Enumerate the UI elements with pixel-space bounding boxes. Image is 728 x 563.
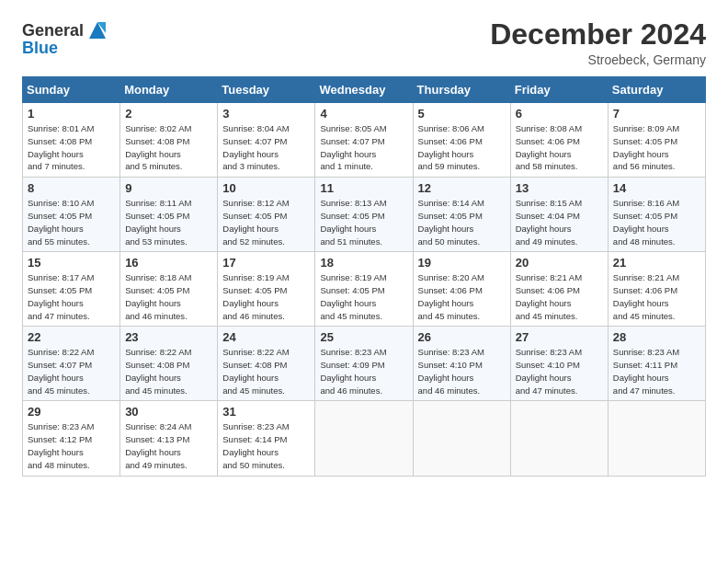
day-number: 1	[28, 107, 115, 121]
day-number: 6	[516, 107, 603, 121]
day-number: 26	[418, 330, 506, 344]
cell-content: Sunrise: 8:14 AM Sunset: 4:05 PM Dayligh…	[418, 197, 506, 247]
day-number: 17	[222, 256, 310, 270]
cell-content: Sunrise: 8:23 AM Sunset: 4:09 PM Dayligh…	[320, 346, 407, 396]
table-row: 12 Sunrise: 8:14 AM Sunset: 4:05 PM Dayl…	[413, 178, 510, 252]
day-number: 3	[222, 107, 310, 121]
header-friday: Friday	[510, 77, 608, 103]
day-number: 22	[28, 330, 115, 344]
cell-content: Sunrise: 8:22 AM Sunset: 4:08 PM Dayligh…	[222, 346, 310, 396]
day-number: 8	[28, 181, 115, 195]
table-row: 20 Sunrise: 8:21 AM Sunset: 4:06 PM Dayl…	[510, 252, 608, 327]
table-row: 1 Sunrise: 8:01 AM Sunset: 4:08 PM Dayli…	[23, 103, 120, 178]
table-row: 13 Sunrise: 8:15 AM Sunset: 4:04 PM Dayl…	[510, 178, 608, 252]
cell-content: Sunrise: 8:21 AM Sunset: 4:06 PM Dayligh…	[613, 271, 700, 322]
cell-content: Sunrise: 8:19 AM Sunset: 4:05 PM Dayligh…	[320, 271, 407, 322]
table-row: 10 Sunrise: 8:12 AM Sunset: 4:05 PM Dayl…	[218, 178, 315, 252]
cell-content: Sunrise: 8:02 AM Sunset: 4:08 PM Dayligh…	[125, 122, 212, 173]
table-row: 15 Sunrise: 8:17 AM Sunset: 4:05 PM Dayl…	[23, 252, 120, 327]
day-number: 10	[222, 181, 310, 195]
day-number: 21	[613, 256, 700, 270]
table-row: 4 Sunrise: 8:05 AM Sunset: 4:07 PM Dayli…	[315, 103, 413, 178]
title-block: December 2024 Stroebeck, Germany	[490, 18, 706, 67]
day-number: 23	[125, 330, 212, 344]
table-row: 21 Sunrise: 8:21 AM Sunset: 4:06 PM Dayl…	[608, 252, 705, 327]
logo-text-general: General	[22, 21, 84, 40]
day-number: 19	[418, 256, 506, 270]
cell-content: Sunrise: 8:15 AM Sunset: 4:04 PM Dayligh…	[516, 197, 603, 247]
cell-content: Sunrise: 8:13 AM Sunset: 4:05 PM Dayligh…	[320, 197, 407, 247]
table-row: 30 Sunrise: 8:24 AM Sunset: 4:13 PM Dayl…	[120, 401, 218, 476]
cell-content: Sunrise: 8:19 AM Sunset: 4:05 PM Dayligh…	[222, 271, 310, 322]
header-monday: Monday	[120, 77, 218, 103]
table-row: 18 Sunrise: 8:19 AM Sunset: 4:05 PM Dayl…	[315, 252, 413, 327]
header-tuesday: Tuesday	[218, 77, 315, 103]
cell-content: Sunrise: 8:12 AM Sunset: 4:05 PM Dayligh…	[222, 197, 310, 247]
cell-content: Sunrise: 8:22 AM Sunset: 4:08 PM Dayligh…	[125, 346, 212, 396]
calendar-row: 1 Sunrise: 8:01 AM Sunset: 4:08 PM Dayli…	[23, 103, 706, 178]
cell-content: Sunrise: 8:17 AM Sunset: 4:05 PM Dayligh…	[28, 271, 115, 322]
table-row: 29 Sunrise: 8:23 AM Sunset: 4:12 PM Dayl…	[23, 401, 120, 476]
day-number: 11	[320, 181, 407, 195]
table-row	[608, 401, 705, 476]
table-row: 8 Sunrise: 8:10 AM Sunset: 4:05 PM Dayli…	[23, 178, 120, 252]
weekday-header-row: Sunday Monday Tuesday Wednesday Thursday…	[23, 77, 706, 103]
cell-content: Sunrise: 8:10 AM Sunset: 4:05 PM Dayligh…	[28, 197, 115, 247]
cell-content: Sunrise: 8:23 AM Sunset: 4:10 PM Dayligh…	[418, 346, 506, 396]
calendar-row: 22 Sunrise: 8:22 AM Sunset: 4:07 PM Dayl…	[23, 327, 706, 401]
table-row: 23 Sunrise: 8:22 AM Sunset: 4:08 PM Dayl…	[120, 327, 218, 401]
cell-content: Sunrise: 8:23 AM Sunset: 4:10 PM Dayligh…	[516, 346, 603, 396]
table-row	[413, 401, 510, 476]
day-number: 2	[125, 107, 212, 121]
cell-content: Sunrise: 8:20 AM Sunset: 4:06 PM Dayligh…	[418, 271, 506, 322]
table-row: 19 Sunrise: 8:20 AM Sunset: 4:06 PM Dayl…	[413, 252, 510, 327]
cell-content: Sunrise: 8:04 AM Sunset: 4:07 PM Dayligh…	[222, 122, 310, 173]
day-number: 14	[613, 181, 700, 195]
table-row: 5 Sunrise: 8:06 AM Sunset: 4:06 PM Dayli…	[413, 103, 510, 178]
table-row: 25 Sunrise: 8:23 AM Sunset: 4:09 PM Dayl…	[315, 327, 413, 401]
cell-content: Sunrise: 8:05 AM Sunset: 4:07 PM Dayligh…	[320, 122, 407, 173]
calendar-row: 29 Sunrise: 8:23 AM Sunset: 4:12 PM Dayl…	[23, 401, 706, 476]
day-number: 27	[516, 330, 603, 344]
calendar-table: Sunday Monday Tuesday Wednesday Thursday…	[22, 76, 706, 476]
table-row: 27 Sunrise: 8:23 AM Sunset: 4:10 PM Dayl…	[510, 327, 608, 401]
logo: General Blue	[22, 18, 109, 58]
cell-content: Sunrise: 8:09 AM Sunset: 4:05 PM Dayligh…	[613, 122, 700, 173]
location: Stroebeck, Germany	[490, 52, 706, 67]
cell-content: Sunrise: 8:01 AM Sunset: 4:08 PM Dayligh…	[28, 122, 115, 173]
cell-content: Sunrise: 8:21 AM Sunset: 4:06 PM Dayligh…	[516, 271, 603, 322]
logo-text-blue: Blue	[22, 39, 58, 58]
table-row	[315, 401, 413, 476]
table-row	[510, 401, 608, 476]
day-number: 9	[125, 181, 212, 195]
table-row: 16 Sunrise: 8:18 AM Sunset: 4:05 PM Dayl…	[120, 252, 218, 327]
cell-content: Sunrise: 8:24 AM Sunset: 4:13 PM Dayligh…	[125, 420, 212, 471]
day-number: 30	[125, 405, 212, 419]
cell-content: Sunrise: 8:18 AM Sunset: 4:05 PM Dayligh…	[125, 271, 212, 322]
day-number: 28	[613, 330, 700, 344]
header-saturday: Saturday	[608, 77, 705, 103]
header-thursday: Thursday	[413, 77, 510, 103]
cell-content: Sunrise: 8:06 AM Sunset: 4:06 PM Dayligh…	[418, 122, 506, 173]
day-number: 18	[320, 256, 407, 270]
table-row: 31 Sunrise: 8:23 AM Sunset: 4:14 PM Dayl…	[218, 401, 315, 476]
table-row: 24 Sunrise: 8:22 AM Sunset: 4:08 PM Dayl…	[218, 327, 315, 401]
page-header: General Blue December 2024 Stroebeck, Ge…	[22, 18, 706, 67]
header-wednesday: Wednesday	[315, 77, 413, 103]
cell-content: Sunrise: 8:23 AM Sunset: 4:11 PM Dayligh…	[613, 346, 700, 396]
logo-icon	[85, 18, 109, 42]
cell-content: Sunrise: 8:08 AM Sunset: 4:06 PM Dayligh…	[516, 122, 603, 173]
day-number: 24	[222, 330, 310, 344]
day-number: 29	[28, 405, 115, 419]
cell-content: Sunrise: 8:11 AM Sunset: 4:05 PM Dayligh…	[125, 197, 212, 247]
table-row: 7 Sunrise: 8:09 AM Sunset: 4:05 PM Dayli…	[608, 103, 705, 178]
day-number: 7	[613, 107, 700, 121]
cell-content: Sunrise: 8:16 AM Sunset: 4:05 PM Dayligh…	[613, 197, 700, 247]
day-number: 12	[418, 181, 506, 195]
cell-content: Sunrise: 8:22 AM Sunset: 4:07 PM Dayligh…	[28, 346, 115, 396]
day-number: 13	[516, 181, 603, 195]
day-number: 15	[28, 256, 115, 270]
month-title: December 2024	[490, 18, 706, 51]
calendar-row: 8 Sunrise: 8:10 AM Sunset: 4:05 PM Dayli…	[23, 178, 706, 252]
table-row: 22 Sunrise: 8:22 AM Sunset: 4:07 PM Dayl…	[23, 327, 120, 401]
